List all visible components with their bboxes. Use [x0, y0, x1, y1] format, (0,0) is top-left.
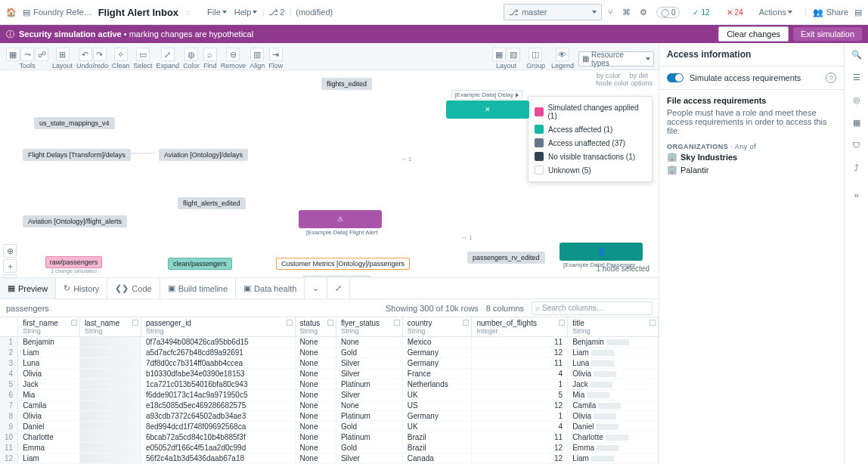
node-flight-alert-big[interactable]: ⚠: [299, 210, 382, 228]
git-branch-icon[interactable]: ⑂: [608, 8, 613, 17]
breadcrumb[interactable]: ▤ Foundry Refe…: [23, 8, 92, 17]
graph-canvas[interactable]: by colorby det Node color options [Examp…: [0, 70, 659, 277]
node-clean-passengers[interactable]: clean/passengers: [168, 258, 232, 270]
tab-build[interactable]: ▣ Build timeline: [160, 278, 236, 299]
clear-changes-button[interactable]: Clear changes: [718, 26, 789, 42]
edit-markings-button[interactable]: ✎ Edit markings: [302, 276, 371, 277]
panel-toggle-icon[interactable]: ▤: [854, 8, 862, 17]
branch-count[interactable]: ⎇ 2: [265, 6, 287, 19]
vtab-search[interactable]: 🔍: [850, 48, 863, 61]
tool-connect[interactable]: ⤳: [20, 48, 34, 61]
tool-group[interactable]: ◫: [529, 48, 542, 61]
table-row[interactable]: 1Benjamin0f7a3494b080426ca95bb6d15NoneNo…: [0, 337, 659, 348]
tab-health[interactable]: ▣ Data health: [236, 278, 305, 299]
file-menu[interactable]: File: [204, 6, 230, 18]
table-row[interactable]: 10Charlotte6bcab72a5cd84c10b4b885f3fNone…: [0, 432, 659, 443]
table-row[interactable]: 8Oliviaa93cdb7372c64502adb34ae3NonePlati…: [0, 411, 659, 422]
node-flight-delays[interactable]: Flight Delays [Transform]/delays: [23, 149, 131, 161]
tool-redo[interactable]: ↷: [93, 48, 107, 61]
tool-color[interactable]: ◍: [184, 48, 198, 61]
exit-simulation-button[interactable]: Exit simulation: [793, 27, 862, 41]
tab-expand[interactable]: ⤢: [327, 278, 350, 299]
tool-clean[interactable]: ✧: [114, 48, 128, 61]
tool-undo[interactable]: ↶: [79, 48, 92, 61]
topbar: 🏠 ▤ Foundry Refe… Flight Alert Inbox ☆ F…: [0, 0, 868, 25]
col-passenger_id[interactable]: passenger_idString: [141, 317, 295, 337]
table-row[interactable]: 9Daniel8ed994dcd1f748f09692568caNoneGold…: [0, 422, 659, 432]
tool-link[interactable]: ☍: [35, 48, 48, 61]
gear-icon[interactable]: ⚙: [640, 8, 647, 17]
bottom-tabs: ▦ Preview ↻ History ❮❯ Code ▣ Build time…: [0, 277, 659, 299]
pending-pill[interactable]: ◯ 0: [656, 7, 680, 18]
share-button[interactable]: 👥 Share: [813, 8, 848, 17]
node-aviation-flight-alerts[interactable]: Aviation [Ontology]/flight_alerts: [23, 215, 127, 227]
tool-select[interactable]: ▭: [136, 48, 150, 61]
table-row[interactable]: 3Luna7df8d0cc7b314ff0aabb4cceaNoneSilver…: [0, 358, 659, 369]
table-row[interactable]: 4Oliviab10330dfabe34e0390e18153NoneSilve…: [0, 369, 659, 379]
simulate-toggle[interactable]: [667, 73, 684, 82]
table-row[interactable]: 11Emmae05052df166c4f51aa2d0c99dNoneGoldB…: [0, 443, 659, 453]
tool-layout2b[interactable]: ▧: [507, 48, 520, 61]
tool-align[interactable]: ▥: [250, 48, 264, 61]
table-row[interactable]: 6Miaf6dde90173c14ac9a971950c5NoneSilverU…: [0, 390, 659, 401]
tool-expand[interactable]: ⤢: [161, 48, 175, 61]
vtab-shield[interactable]: 🛡: [850, 138, 863, 152]
resource-type-select[interactable]: ▦ Resource types: [578, 51, 654, 67]
vtab-collapse[interactable]: »: [850, 188, 863, 202]
help-menu[interactable]: Help: [231, 6, 261, 18]
star-icon[interactable]: ☆: [184, 8, 192, 17]
vtab-target[interactable]: ◎: [850, 93, 863, 107]
node-flight-alerts-edited[interactable]: flight_alerts_edited: [178, 197, 246, 209]
node-passenger-big[interactable]: 👤: [560, 243, 643, 261]
tab-history[interactable]: ↻ History: [56, 278, 107, 299]
tab-code[interactable]: ❮❯ Code: [107, 278, 160, 299]
search-columns-input[interactable]: ⌕ Search columns…: [532, 302, 653, 315]
table-row[interactable]: 2Liama5d7acfc267b48cd89a92691NoneGoldGer…: [0, 348, 659, 358]
home-icon[interactable]: 🏠: [6, 8, 17, 17]
success-pill[interactable]: ✓ 12: [689, 8, 713, 17]
col-title[interactable]: titleString: [568, 317, 659, 337]
example-delay-chip[interactable]: [Example Data] Delay: [451, 90, 522, 100]
help-icon[interactable]: ?: [826, 73, 836, 83]
legend-affected: Access affected (1): [548, 125, 612, 134]
tab-collapse[interactable]: ⌄: [305, 278, 327, 299]
node-big-close[interactable]: ✕: [446, 101, 529, 119]
page-title: Flight Alert Inbox: [98, 7, 178, 18]
tool-flow[interactable]: ⇥: [269, 48, 283, 61]
node-pass-rv-edited[interactable]: passengers_rv_edited: [467, 252, 545, 264]
tool-legend[interactable]: 👁: [556, 48, 569, 61]
branch-select[interactable]: ⎇ master: [504, 4, 602, 20]
vtab-calendar[interactable]: ▦: [850, 116, 863, 129]
node-aviation-delays[interactable]: Aviation [Ontology]/delays: [159, 149, 248, 161]
command-icon[interactable]: ⌘: [622, 8, 631, 17]
vtab-share[interactable]: ⤴: [850, 161, 863, 175]
tool-layout[interactable]: ⊞: [56, 48, 70, 61]
col-number_of_flights[interactable]: number_of_flightsInteger: [472, 317, 568, 337]
col-country[interactable]: countryString: [402, 317, 472, 337]
col-status[interactable]: statusString: [295, 317, 336, 337]
zoom-target[interactable]: ⊕: [3, 244, 17, 258]
col-last_name[interactable]: last_nameString: [79, 317, 141, 337]
legend-novis: No visible transactions (1): [548, 153, 635, 161]
node-us-state[interactable]: us_state_mappings_v4: [34, 117, 115, 129]
node-flights-edited[interactable]: flights_edited: [321, 78, 372, 90]
col-first_name[interactable]: first_nameString: [18, 317, 80, 337]
vtab-list[interactable]: ☰: [850, 70, 863, 84]
actions-menu[interactable]: Actions: [753, 6, 798, 18]
tool-find[interactable]: ⌕: [203, 48, 217, 61]
tool-layout2a[interactable]: ▦: [492, 48, 506, 61]
file-req-head: File access requirements: [667, 96, 836, 105]
table-row[interactable]: 12Liam56f2c4a1b3d5436daab67a18NoneSilver…: [0, 453, 659, 464]
table-row[interactable]: 7Camilae18c5085d5ec469286682575NoneNoneU…: [0, 401, 659, 411]
tab-preview[interactable]: ▦ Preview: [0, 278, 56, 299]
tool-new[interactable]: ▦: [6, 48, 20, 61]
node-customer-passengers[interactable]: Customer Metrics [Ontology]/passengers: [276, 258, 410, 270]
zoom-out[interactable]: －: [3, 274, 17, 277]
table-row[interactable]: 5Jack1ca721c013b54016bfa80c943NonePlatin…: [0, 379, 659, 390]
node-color-options[interactable]: Node color options: [596, 79, 653, 87]
zoom-in[interactable]: ＋: [3, 259, 17, 273]
tool-remove[interactable]: ⊖: [226, 48, 240, 61]
node-raw-passengers[interactable]: raw/passengers: [45, 256, 102, 268]
fail-pill[interactable]: ✕ 24: [723, 8, 747, 17]
col-flyer_status[interactable]: flyer_statusString: [336, 317, 402, 337]
